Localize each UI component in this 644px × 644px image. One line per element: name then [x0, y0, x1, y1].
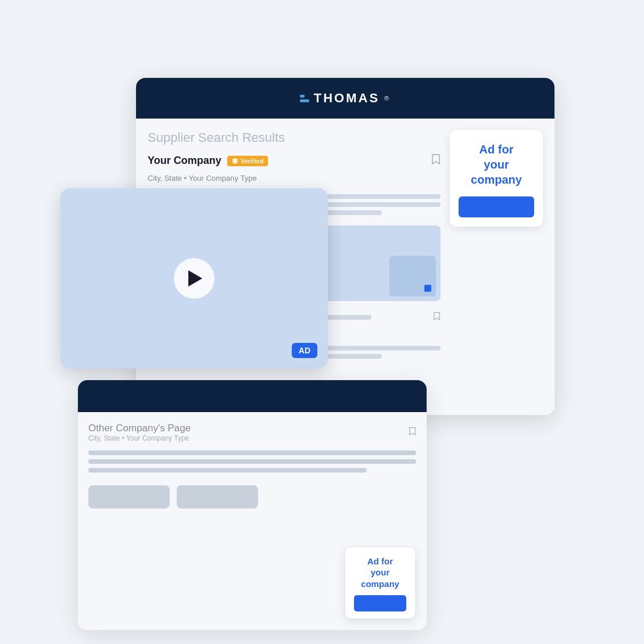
main-card-header: THOMAS ®: [136, 78, 554, 119]
company-name: Your Company: [148, 155, 221, 167]
other-company-sub: City, State • Your Company Type: [88, 434, 191, 442]
bottom-line: [88, 450, 416, 455]
video-card: AD: [60, 188, 328, 368]
company-row: Your Company Verified: [148, 153, 441, 168]
media-dot: [424, 285, 431, 292]
thomas-logo: THOMAS ®: [300, 91, 391, 106]
shield-icon: [232, 158, 238, 164]
bookmark-icon-secondary[interactable]: [433, 312, 441, 323]
ad-card-button[interactable]: [459, 196, 534, 217]
bottom-btn-1[interactable]: [88, 485, 170, 509]
bottom-card: Other Company's Page City, State • Your …: [78, 380, 427, 630]
verified-badge: Verified: [227, 156, 269, 166]
ad-card-main: Ad for your company: [450, 130, 543, 227]
ad-card-text: Ad for your company: [471, 142, 522, 187]
small-ad-button[interactable]: [354, 595, 406, 611]
small-ad-card: Ad for your company: [345, 548, 415, 619]
scene: THOMAS ® Supplier Search Results Your Co…: [60, 60, 584, 584]
small-ad-text: Ad for your company: [361, 556, 399, 590]
other-company-info: Other Company's Page City, State • Your …: [88, 423, 191, 442]
bottom-buttons-row: [88, 485, 416, 509]
thomas-logo-trademark: ®: [384, 95, 391, 102]
bottom-line: [88, 468, 367, 473]
other-company-title: Other Company's Page: [88, 423, 191, 434]
thomas-logo-text: THOMAS: [314, 91, 380, 106]
bookmark-icon-bottom[interactable]: [409, 427, 416, 438]
company-subtitle: City, State • Your Company Type: [148, 174, 441, 183]
bottom-btn-2[interactable]: [177, 485, 258, 509]
bottom-card-body: Other Company's Page City, State • Your …: [78, 412, 427, 630]
sidebar-ad-area: Ad for your company: [450, 130, 543, 403]
play-icon: [188, 270, 202, 287]
thomas-logo-icon: [300, 95, 309, 102]
media-inner: [389, 256, 436, 296]
other-company-row: Other Company's Page City, State • Your …: [88, 423, 416, 442]
play-button[interactable]: [174, 258, 214, 299]
ad-badge: AD: [292, 343, 317, 358]
bottom-line: [88, 459, 416, 464]
search-results-title: Supplier Search Results: [148, 130, 441, 145]
bottom-placeholder-lines: [88, 450, 416, 473]
bottom-card-header: [78, 380, 427, 412]
bookmark-icon-main[interactable]: [431, 153, 441, 168]
